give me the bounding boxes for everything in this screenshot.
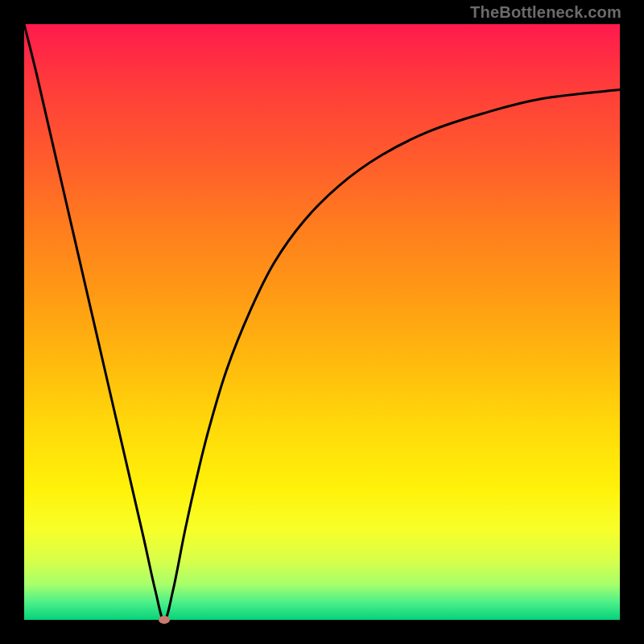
chart-frame: TheBottleneck.com — [0, 0, 644, 644]
optimal-point-marker — [159, 616, 170, 624]
plot-area — [24, 24, 620, 620]
watermark: TheBottleneck.com — [470, 3, 621, 22]
bottleneck-curve — [24, 24, 620, 620]
